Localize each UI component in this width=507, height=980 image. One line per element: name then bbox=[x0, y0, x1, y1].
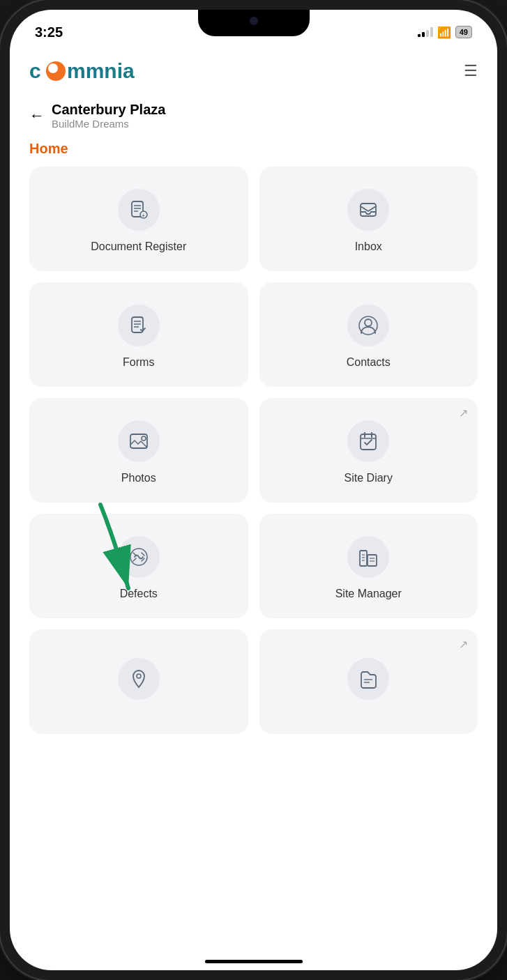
card-icon-circle: + bbox=[118, 189, 160, 231]
home-indicator bbox=[205, 960, 303, 963]
inbox-icon bbox=[358, 199, 379, 220]
back-button[interactable]: ← bbox=[29, 107, 45, 125]
battery-icon: 49 bbox=[455, 26, 472, 38]
files-icon bbox=[358, 668, 379, 689]
contacts-icon bbox=[358, 315, 379, 336]
card-photos-label: Photos bbox=[121, 472, 156, 484]
signal-icon bbox=[418, 27, 433, 37]
card-contacts[interactable]: Contacts bbox=[259, 282, 478, 387]
external-link-icon: ↗ bbox=[459, 406, 468, 420]
app-header: c mmnia ☰ bbox=[29, 49, 478, 96]
app-content: c mmnia ☰ ← Canterbury Plaza BuildMe bbox=[10, 49, 497, 970]
card-icon-circle bbox=[347, 420, 389, 462]
card-icon-circle bbox=[347, 658, 389, 700]
project-name: Canterbury Plaza bbox=[52, 102, 165, 118]
defects-icon bbox=[128, 546, 149, 567]
card-icon-circle bbox=[118, 658, 160, 700]
card-files[interactable]: ↗ bbox=[259, 629, 478, 734]
section-title: Home bbox=[29, 141, 478, 157]
card-site-diary-label: Site Diary bbox=[345, 472, 393, 484]
card-photos[interactable]: Photos bbox=[29, 398, 248, 503]
card-inbox[interactable]: Inbox bbox=[259, 167, 478, 271]
project-info: Canterbury Plaza BuildMe Dreams bbox=[52, 102, 165, 130]
svg-point-15 bbox=[365, 319, 372, 326]
card-icon-circle bbox=[347, 189, 389, 231]
svg-text:+: + bbox=[142, 213, 144, 218]
card-icon-circle bbox=[347, 305, 389, 346]
card-defects-label: Defects bbox=[120, 588, 158, 600]
cards-grid: + Document Register Inbox bbox=[29, 167, 478, 748]
photos-icon bbox=[128, 431, 149, 452]
card-document-register-label: Document Register bbox=[91, 240, 186, 253]
card-document-register[interactable]: + Document Register bbox=[29, 167, 248, 271]
forms-icon bbox=[128, 315, 149, 336]
card-location[interactable] bbox=[29, 629, 248, 734]
site-manager-icon bbox=[358, 546, 379, 567]
card-site-manager[interactable]: Site Manager bbox=[259, 514, 478, 618]
card-icon-circle bbox=[118, 305, 160, 346]
card-inbox-label: Inbox bbox=[355, 240, 382, 253]
external-link-icon-2: ↗ bbox=[459, 638, 468, 651]
wifi-icon: 📶 bbox=[437, 26, 451, 39]
svg-rect-19 bbox=[361, 434, 376, 450]
card-forms-label: Forms bbox=[123, 356, 154, 369]
logo: c mmnia bbox=[29, 57, 155, 85]
location-icon bbox=[128, 668, 149, 689]
svg-point-31 bbox=[137, 674, 141, 678]
status-time: 3:25 bbox=[35, 24, 63, 40]
card-forms[interactable]: Forms bbox=[29, 282, 248, 387]
card-icon-circle bbox=[347, 536, 389, 578]
card-site-manager-label: Site Manager bbox=[335, 588, 402, 600]
svg-text:mmnia: mmnia bbox=[67, 59, 135, 82]
back-section: ← Canterbury Plaza BuildMe Dreams bbox=[29, 102, 478, 130]
status-icons: 📶 49 bbox=[418, 26, 472, 39]
card-defects[interactable]: Defects bbox=[29, 514, 248, 618]
site-diary-icon bbox=[358, 431, 379, 452]
logo-svg: c mmnia bbox=[29, 57, 155, 85]
svg-rect-25 bbox=[368, 555, 377, 566]
card-site-diary[interactable]: ↗ Site Diary bbox=[259, 398, 478, 503]
card-icon-circle bbox=[118, 536, 160, 578]
svg-rect-24 bbox=[360, 551, 367, 566]
menu-button[interactable]: ☰ bbox=[464, 62, 478, 80]
project-subtitle: BuildMe Dreams bbox=[52, 118, 165, 130]
svg-point-2 bbox=[48, 63, 58, 73]
svg-point-18 bbox=[142, 436, 146, 441]
card-icon-circle bbox=[118, 420, 160, 462]
document-register-icon: + bbox=[128, 199, 149, 220]
svg-text:c: c bbox=[29, 59, 41, 82]
card-contacts-label: Contacts bbox=[347, 356, 391, 369]
